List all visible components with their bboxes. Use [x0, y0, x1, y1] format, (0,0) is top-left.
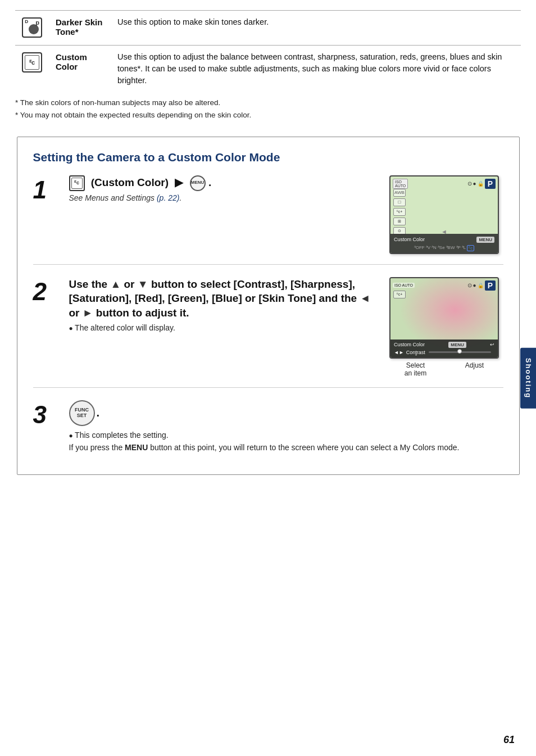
- sidebar-shooting-tab: Shooting: [520, 347, 536, 408]
- custom-color-desc: Use this option to adjust the balance be…: [111, 46, 521, 93]
- features-table: ᴰ p Darker SkinTone* Use this option to …: [15, 10, 521, 92]
- footnotes: * The skin colors of non-human subjects …: [15, 97, 521, 121]
- step-3-func-row: FUNCSET .: [69, 400, 503, 426]
- step-1-camera-image: ISOAUTO ⊙ ● 🔒 P AWB □ ᴱc+ ⊞ ⊙: [385, 175, 503, 254]
- custom-color-label: CustomColor: [49, 46, 111, 93]
- step-1-subtitle: See Menus and Settings (p. 22).: [69, 193, 375, 202]
- step-2-camera-image: ISO AUTO ⊙ ● 🔒 P ᴱc+ Custom Color: [385, 277, 503, 377]
- step-1-number: 1: [33, 175, 65, 202]
- section-title: Setting the Camera to a Custom Color Mod…: [33, 150, 503, 165]
- icon-cell-darker: ᴰ p: [15, 11, 49, 46]
- darker-skin-desc: Use this option to make skin tones darke…: [111, 11, 521, 46]
- table-row: ᴰ p Darker SkinTone* Use this option to …: [15, 11, 521, 46]
- menu-circle-icon: MENU: [190, 175, 206, 191]
- icon-cell-custom: ᴱc: [15, 46, 49, 93]
- step-2-number: 2: [33, 277, 65, 304]
- footnote-2: * You may not obtain the expected result…: [15, 109, 521, 121]
- step-1: 1 ᴱc (Custom Color) ▶ MENU . See Menus a…: [33, 175, 503, 265]
- step-2-note: The altered color will display.: [69, 323, 375, 332]
- camera-screen-1: ISOAUTO ⊙ ● 🔒 P AWB □ ᴱc+ ⊞ ⊙: [389, 175, 499, 254]
- func-set-button[interactable]: FUNCSET: [69, 400, 95, 426]
- step-2-content: Use the ▲ or ▼ button to select [Contras…: [65, 277, 375, 333]
- main-content-box: Setting the Camera to a Custom Color Mod…: [17, 137, 520, 474]
- step-3-content: FUNCSET . This completes the setting. If…: [65, 400, 503, 452]
- step-3-number: 3: [33, 400, 65, 427]
- step-2-title: Use the ▲ or ▼ button to select [Contras…: [69, 277, 375, 320]
- camera-2-labels: Selectan item Adjust: [385, 361, 503, 377]
- step-1-content: ᴱc (Custom Color) ▶ MENU . See Menus and…: [65, 175, 375, 207]
- step-1-title: ᴱc (Custom Color) ▶ MENU .: [69, 175, 375, 191]
- darker-skin-label: Darker SkinTone*: [49, 11, 111, 46]
- step-3: 3 FUNCSET . This completes the setting. …: [33, 400, 503, 462]
- step-3-note-2: If you press the MENU button at this poi…: [69, 443, 503, 452]
- custom-color-inline-icon: ᴱc: [69, 175, 85, 191]
- footnote-1: * The skin colors of non-human subjects …: [15, 97, 521, 109]
- camera-screen-2: ISO AUTO ⊙ ● 🔒 P ᴱc+ Custom Color: [389, 277, 499, 359]
- step-3-note-1: This completes the setting.: [69, 431, 503, 440]
- page-number: 61: [503, 734, 515, 746]
- step-1-custom-label: (Custom Color): [91, 176, 169, 188]
- table-row: ᴱc CustomColor Use this option to adjust…: [15, 46, 521, 93]
- custom-color-icon: ᴱc: [22, 52, 42, 73]
- darker-skin-icon: ᴰ p: [22, 17, 42, 38]
- step-2: 2 Use the ▲ or ▼ button to select [Contr…: [33, 277, 503, 388]
